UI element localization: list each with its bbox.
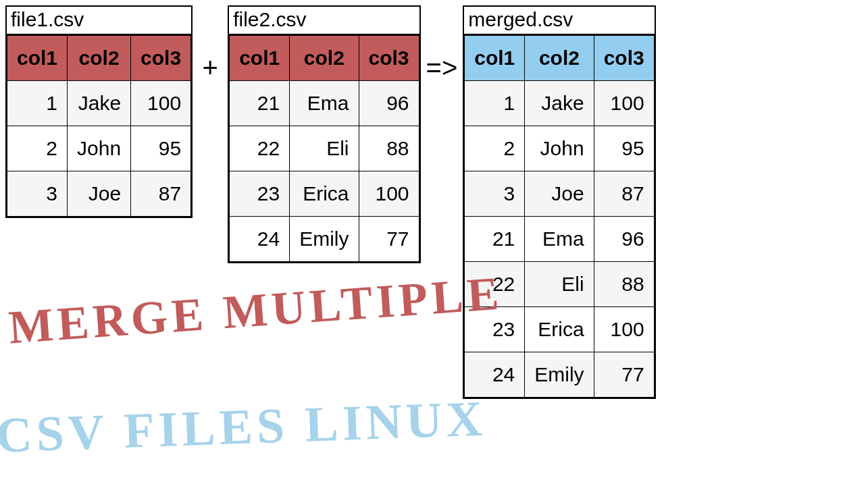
cell: 95 <box>594 126 654 171</box>
cell: 23 <box>230 171 290 217</box>
cell: Joe <box>525 171 594 217</box>
cell: Ema <box>290 81 359 126</box>
table-row: 23 Erica 100 <box>230 171 419 217</box>
table-title: file1.csv <box>7 7 191 35</box>
table-title: merged.csv <box>464 7 654 35</box>
arrow-operator: => <box>426 5 458 83</box>
cell: 87 <box>131 171 191 217</box>
cell: Joe <box>68 171 131 217</box>
cell: 3 <box>7 171 68 217</box>
cell: 24 <box>230 217 290 262</box>
table-file2: file2.csv col1 col2 col3 21 Ema 96 22 El… <box>228 5 420 263</box>
col-header: col3 <box>359 36 419 81</box>
cell: 96 <box>594 217 654 262</box>
cell: Jake <box>525 81 594 126</box>
table-row: 2 John 95 <box>7 126 191 171</box>
col-header: col2 <box>525 36 594 81</box>
cell: Jake <box>68 81 131 126</box>
cell: 21 <box>465 217 525 262</box>
cell: 1 <box>465 81 525 126</box>
cell: Emily <box>290 217 359 262</box>
cell: Erica <box>290 171 359 217</box>
cell: Erica <box>525 307 594 352</box>
data-table: col1 col2 col3 1 Jake 100 2 John 95 3 Jo… <box>7 35 191 217</box>
table-row: 1 Jake 100 <box>465 81 654 126</box>
cell: 88 <box>359 126 419 171</box>
col-header: col2 <box>290 36 359 81</box>
table-row: 3 Joe 87 <box>465 171 654 217</box>
col-header: col1 <box>465 36 525 81</box>
table-row: 3 Joe 87 <box>7 171 191 217</box>
cell: 88 <box>594 262 654 307</box>
cell: Ema <box>525 217 594 262</box>
cell: 3 <box>465 171 525 217</box>
cell: 2 <box>7 126 68 171</box>
col-header: col2 <box>68 36 131 81</box>
plus-operator: + <box>198 5 222 83</box>
table-title: file2.csv <box>229 7 419 35</box>
data-table: col1 col2 col3 21 Ema 96 22 Eli 88 23 Er… <box>229 35 419 262</box>
data-table: col1 col2 col3 1 Jake 100 2 John 95 3 Jo… <box>464 35 654 398</box>
cell: 77 <box>594 352 654 398</box>
cell: Eli <box>525 262 594 307</box>
cell: John <box>525 126 594 171</box>
col-header: col3 <box>594 36 654 81</box>
cell: 22 <box>230 126 290 171</box>
cell: 77 <box>359 217 419 262</box>
cell: 1 <box>7 81 68 126</box>
col-header: col1 <box>230 36 290 81</box>
col-header: col1 <box>7 36 68 81</box>
table-file1: file1.csv col1 col2 col3 1 Jake 100 2 Jo… <box>5 5 193 218</box>
col-header: col3 <box>131 36 191 81</box>
cell: 96 <box>359 81 419 126</box>
cell: 21 <box>230 81 290 126</box>
cell: 2 <box>465 126 525 171</box>
table-row: 22 Eli 88 <box>230 126 419 171</box>
cell: 100 <box>131 81 191 126</box>
table-row: 24 Emily 77 <box>230 217 419 262</box>
overlay-text-blue: CSV FILES LINUX <box>0 389 487 464</box>
cell: John <box>68 126 131 171</box>
cell: Emily <box>525 352 594 398</box>
cell: 95 <box>131 126 191 171</box>
table-merged: merged.csv col1 col2 col3 1 Jake 100 2 J… <box>463 5 655 399</box>
table-row: 1 Jake 100 <box>7 81 191 126</box>
table-row: 24 Emily 77 <box>465 352 654 398</box>
table-row: 21 Ema 96 <box>230 81 419 126</box>
table-row: 21 Ema 96 <box>465 217 654 262</box>
cell: 100 <box>594 81 654 126</box>
table-row: 2 John 95 <box>465 126 654 171</box>
cell: 100 <box>359 171 419 217</box>
cell: 100 <box>594 307 654 352</box>
cell: 87 <box>594 171 654 217</box>
cell: Eli <box>290 126 359 171</box>
